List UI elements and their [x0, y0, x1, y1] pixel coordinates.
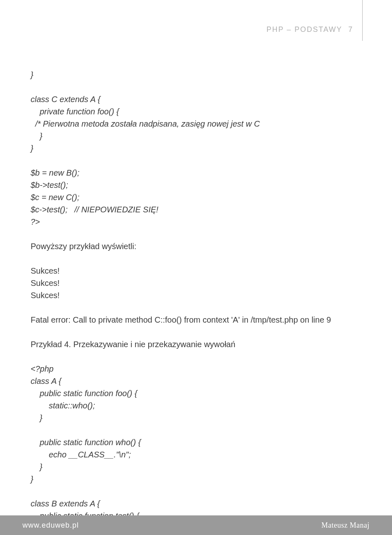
page-number: 7 — [348, 25, 353, 33]
page-header: PHP – PODSTAWY 7 — [267, 25, 353, 34]
header-title: PHP – PODSTAWY — [267, 25, 342, 33]
code-block-1: } class C extends A { private function f… — [31, 69, 359, 228]
paragraph-intro: Powyższy przykład wyświetli: — [31, 240, 359, 252]
page-content: } class C extends A { private function f… — [31, 69, 359, 535]
footer-author: Mateusz Manaj — [321, 521, 370, 530]
output-block: Sukces! Sukces! Sukces! — [31, 265, 359, 301]
fatal-error-line: Fatal error: Call to private method C::f… — [31, 314, 359, 326]
example-heading: Przykład 4. Przekazywanie i nie przekazy… — [31, 338, 359, 350]
corner-divider — [362, 0, 363, 41]
page-footer: www.eduweb.pl Mateusz Manaj — [0, 515, 392, 535]
code-block-2: <?php class A { public static function f… — [31, 363, 359, 535]
footer-url: www.eduweb.pl — [22, 521, 79, 530]
